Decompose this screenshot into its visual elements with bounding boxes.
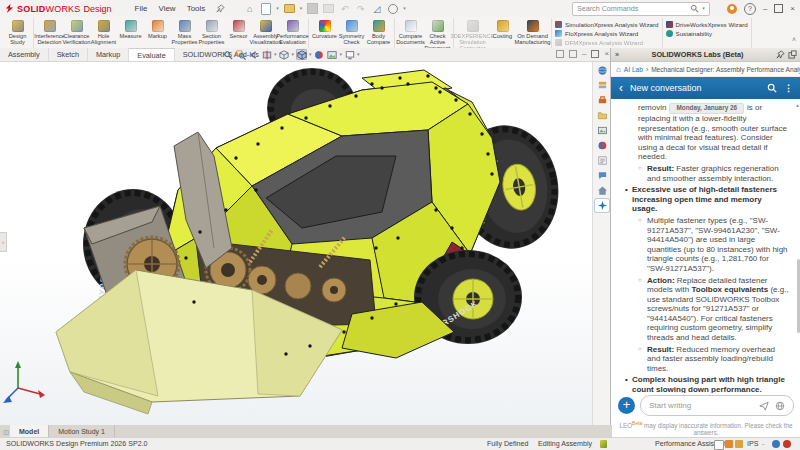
tab-sketch[interactable]: Sketch bbox=[49, 48, 88, 61]
view-palette-icon[interactable] bbox=[595, 124, 609, 137]
on-demand-manufacturing-button[interactable]: On Demand Manufacturing bbox=[516, 18, 549, 45]
display-style-icon[interactable] bbox=[296, 49, 307, 60]
open-dropdown-caret[interactable]: ▾ bbox=[300, 6, 303, 11]
zoom-to-fit-icon[interactable] bbox=[222, 49, 233, 60]
performance-evaluation-button[interactable]: Performance Evaluation bbox=[279, 18, 306, 45]
minimize-button[interactable]: – bbox=[763, 5, 767, 13]
tab-assembly[interactable]: Assembly bbox=[0, 48, 49, 61]
curvature-button[interactable]: Curvature bbox=[311, 18, 338, 39]
custom-properties-icon[interactable] bbox=[595, 154, 609, 167]
doc-restore-button[interactable] bbox=[591, 50, 599, 58]
check-active-document-button[interactable]: Check Active Document bbox=[424, 18, 451, 51]
design-study-button[interactable]: Design Study bbox=[4, 18, 31, 45]
assistant-warning-icon[interactable] bbox=[725, 440, 733, 448]
options-gear-icon[interactable] bbox=[387, 3, 398, 14]
menu-file[interactable]: File bbox=[135, 4, 148, 13]
body-compare-button[interactable]: Body Compare bbox=[365, 18, 392, 45]
doc-close-button[interactable]: × bbox=[604, 49, 609, 58]
doc-tile-icon[interactable] bbox=[569, 50, 577, 58]
doc-cascade-icon[interactable] bbox=[556, 50, 564, 58]
appearances-icon[interactable] bbox=[595, 139, 609, 152]
menu-tools[interactable]: Tools bbox=[187, 4, 206, 13]
close-button[interactable]: × bbox=[790, 5, 795, 13]
apply-scene-caret[interactable]: ▾ bbox=[340, 52, 343, 57]
chat-transcript[interactable]: removinMonday, January 26is or replacing… bbox=[611, 99, 800, 393]
restore-button[interactable] bbox=[774, 4, 783, 13]
doc-minimize-button[interactable]: – bbox=[582, 49, 586, 58]
assistant-tools-icon[interactable] bbox=[735, 440, 743, 448]
simulationxpress-wizard-button[interactable]: SimulationXpress Analysis Wizard bbox=[555, 20, 659, 28]
previous-view-icon[interactable] bbox=[248, 49, 259, 60]
mass-properties-button[interactable]: Mass Properties bbox=[171, 18, 198, 45]
collapse-ribbon-chevron[interactable]: ˄ bbox=[792, 36, 796, 43]
floxpress-wizard-button[interactable]: FloXpress Analysis Wizard bbox=[555, 29, 638, 37]
status-notification-icon[interactable] bbox=[783, 440, 791, 448]
menu-view[interactable]: View bbox=[158, 4, 175, 13]
sensor-button[interactable]: Sensor bbox=[225, 18, 252, 39]
section-view-icon[interactable] bbox=[261, 49, 272, 60]
search-commands-box[interactable]: Search Commands ▾ bbox=[572, 2, 710, 16]
search-dropdown-caret[interactable]: ▾ bbox=[702, 6, 705, 11]
apply-scene-icon[interactable] bbox=[327, 49, 338, 60]
hole-alignment-button[interactable]: Hole Alignment bbox=[90, 18, 117, 45]
featuremanager-flyout-arrow[interactable]: ‹ bbox=[0, 232, 7, 252]
chat-input[interactable]: Start writing bbox=[640, 395, 794, 416]
collapse-panel-chevron[interactable]: » bbox=[615, 50, 619, 59]
new-dropdown-caret[interactable]: ▾ bbox=[276, 6, 279, 11]
select-icon[interactable]: ◿ bbox=[371, 3, 382, 14]
tab-motion-study[interactable]: Motion Study 1 bbox=[49, 425, 115, 437]
zoom-to-area-icon[interactable] bbox=[235, 49, 246, 60]
scroll-up-arrow[interactable]: ▲ bbox=[795, 101, 800, 111]
graphics-viewport[interactable]: HYPERSHOCK HYPERSHOCK bbox=[0, 62, 592, 425]
pin-panel-icon[interactable] bbox=[776, 50, 785, 59]
assistant-panel-icon[interactable] bbox=[714, 440, 724, 450]
symmetry-check-button[interactable]: Symmetry Check bbox=[338, 18, 365, 45]
sustainability-button[interactable]: Sustainability bbox=[666, 29, 712, 37]
section-properties-button[interactable]: Section Properties bbox=[198, 18, 225, 45]
ai-lab-icon[interactable] bbox=[595, 199, 609, 212]
file-explorer-icon[interactable] bbox=[595, 109, 609, 122]
forum-icon[interactable] bbox=[595, 169, 609, 182]
interference-detection-button[interactable]: Interference Detection bbox=[36, 18, 63, 45]
toolbox-icon[interactable] bbox=[595, 94, 609, 107]
tab-markup[interactable]: Markup bbox=[88, 48, 129, 61]
assembly-visualization-button[interactable]: Assembly Visualization bbox=[252, 18, 279, 45]
home-icon[interactable]: ⌂ bbox=[244, 3, 255, 14]
view-settings-icon[interactable] bbox=[344, 49, 355, 60]
undock-panel-icon[interactable] bbox=[788, 50, 797, 59]
kebab-menu-icon[interactable]: ⋮ bbox=[784, 83, 793, 93]
open-icon[interactable] bbox=[284, 3, 295, 14]
view-settings-caret[interactable]: ▾ bbox=[357, 52, 360, 57]
measure-button[interactable]: Measure bbox=[117, 18, 144, 39]
design-library-icon[interactable] bbox=[595, 79, 609, 92]
search-icon[interactable] bbox=[690, 4, 699, 13]
compare-documents-button[interactable]: Compare Documents bbox=[397, 18, 424, 45]
section-dropdown-caret[interactable]: ▾ bbox=[274, 52, 277, 57]
view-orientation-caret[interactable]: ▾ bbox=[292, 52, 295, 57]
options-dropdown-caret[interactable]: ▾ bbox=[403, 6, 406, 11]
send-icon[interactable] bbox=[759, 401, 769, 411]
rc-car-model[interactable]: HYPERSHOCK HYPERSHOCK bbox=[0, 62, 592, 425]
breadcrumb-ai-lab[interactable]: AI Lab bbox=[624, 66, 643, 73]
display-style-caret[interactable]: ▾ bbox=[309, 52, 312, 57]
new-document-icon[interactable] bbox=[260, 3, 271, 14]
help-icon[interactable]: ? bbox=[744, 3, 756, 15]
markup-button[interactable]: Markup bbox=[144, 18, 171, 39]
breadcrumb-home-icon[interactable]: ⌂ bbox=[616, 65, 621, 74]
back-chevron-icon[interactable]: ‹ bbox=[619, 82, 623, 94]
language-globe-icon[interactable] bbox=[775, 401, 785, 411]
user-avatar[interactable] bbox=[727, 4, 737, 14]
add-attachment-button[interactable]: + bbox=[618, 397, 635, 414]
3dexperience-icon[interactable] bbox=[595, 64, 609, 77]
edit-appearance-icon[interactable] bbox=[314, 49, 325, 60]
pin-menu-icon[interactable] bbox=[216, 4, 225, 13]
clearance-verification-button[interactable]: Clearance Verification bbox=[63, 18, 90, 45]
tab-model[interactable]: Model bbox=[10, 425, 49, 437]
tab-evaluate[interactable]: Evaluate bbox=[129, 48, 174, 61]
driveworksxpress-wizard-button[interactable]: DriveWorksXpress Wizard bbox=[666, 20, 748, 28]
view-orientation-icon[interactable] bbox=[279, 49, 290, 60]
unit-system-label[interactable]: IPS bbox=[747, 440, 758, 448]
home-pane-icon[interactable] bbox=[595, 184, 609, 197]
breadcrumb-page[interactable]: Mechanical Designer: Assembly Performanc… bbox=[651, 66, 800, 73]
splitter-icon[interactable]: ◫ bbox=[2, 425, 10, 437]
